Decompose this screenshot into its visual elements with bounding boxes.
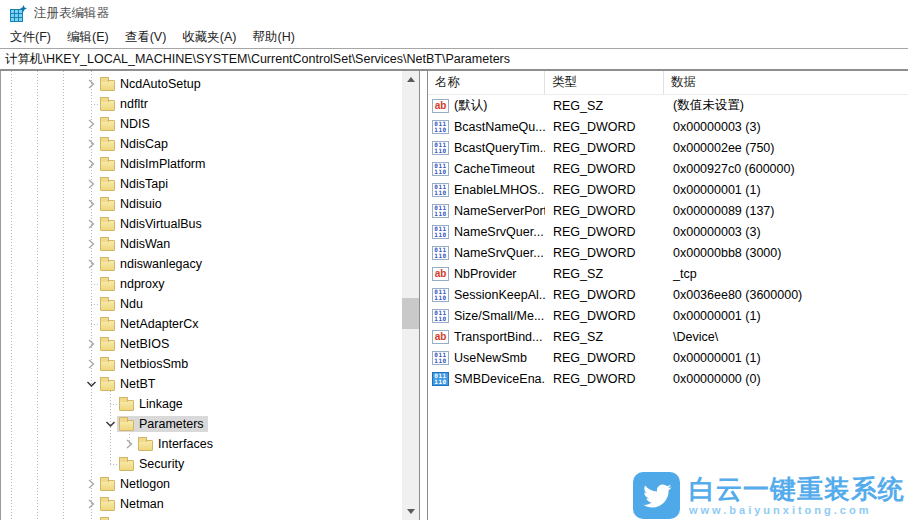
tree-item-ndfltr[interactable]: ndfltr: [1, 94, 401, 114]
folder-icon: [100, 120, 115, 131]
value-row-NameSrvQuer...[interactable]: 011110NameSrvQuer...REG_DWORD0x00000bb8 …: [428, 242, 908, 263]
scroll-up-button[interactable]: [402, 71, 419, 88]
value-name: NameSrvQuer...: [454, 225, 544, 239]
value-type: REG_SZ: [545, 330, 664, 344]
chevron-right-icon[interactable]: [83, 77, 98, 91]
folder-icon: [100, 140, 115, 151]
value-type: REG_DWORD: [545, 246, 664, 260]
tree-item-Security[interactable]: Security: [1, 454, 401, 474]
chevron-right-icon[interactable]: [83, 337, 98, 351]
value-row-SMBDeviceEna...[interactable]: 011110SMBDeviceEna...REG_DWORD0x00000000…: [428, 368, 908, 389]
chevron-right-icon[interactable]: [121, 437, 136, 451]
chevron-right-icon[interactable]: [83, 177, 98, 191]
value-type: REG_DWORD: [545, 162, 664, 176]
chevron-right-icon[interactable]: [83, 117, 98, 131]
no-expander: [102, 457, 117, 471]
value-type: REG_DWORD: [545, 372, 664, 386]
chevron-right-icon[interactable]: [83, 257, 98, 271]
chevron-right-icon[interactable]: [83, 497, 98, 511]
tree-item-Parameters[interactable]: Parameters: [1, 414, 401, 434]
tree-item-NetbiosSmb[interactable]: NetbiosSmb: [1, 354, 401, 374]
value-name: SessionKeepAl...: [454, 288, 545, 302]
chevron-right-icon[interactable]: [83, 477, 98, 491]
tree-item-NdisVirtualBus[interactable]: NdisVirtualBus: [1, 214, 401, 234]
tree-item-Ndisuio[interactable]: Ndisuio: [1, 194, 401, 214]
menu-edit[interactable]: 编辑(E): [59, 27, 117, 48]
regedit-app-icon: [9, 5, 27, 22]
value-row-BcastQueryTim...[interactable]: 011110BcastQueryTim...REG_DWORD0x000002e…: [428, 137, 908, 158]
address-bar[interactable]: 计算机\HKEY_LOCAL_MACHINE\SYSTEM\CurrentCon…: [0, 48, 908, 71]
main-area: NcdAutoSetupndfltrNDISNdisCapNdisImPlatf…: [0, 71, 908, 520]
tree-item-partial[interactable]: [1, 514, 401, 520]
dword-icon: 011110: [432, 225, 449, 239]
value-row-(默认)[interactable]: ab(默认)REG_SZ(数值未设置): [428, 95, 908, 116]
tree-item-Ndu[interactable]: Ndu: [1, 294, 401, 314]
value-row-UseNewSmb[interactable]: 011110UseNewSmbREG_DWORD0x00000001 (1): [428, 347, 908, 368]
value-type: REG_DWORD: [545, 309, 664, 323]
menu-view[interactable]: 查看(V): [117, 27, 175, 48]
column-header-1[interactable]: 类型: [545, 71, 664, 94]
chevron-right-icon[interactable]: [83, 237, 98, 251]
tree-item-NcdAutoSetup[interactable]: NcdAutoSetup: [1, 74, 401, 94]
tree-item-label: ndproxy: [120, 277, 164, 291]
tree-item-NDIS[interactable]: NDIS: [1, 114, 401, 134]
tree-item-NdisCap[interactable]: NdisCap: [1, 134, 401, 154]
chevron-down-icon[interactable]: [102, 417, 117, 431]
tree-item-label: Linkage: [139, 397, 183, 411]
value-row-TransportBind...[interactable]: abTransportBind...REG_SZ\Device\: [428, 326, 908, 347]
value-data: 0x00000001 (1): [664, 309, 908, 323]
value-row-NameServerPort[interactable]: 011110NameServerPortREG_DWORD0x00000089 …: [428, 200, 908, 221]
tree-item-ndproxy[interactable]: ndproxy: [1, 274, 401, 294]
value-row-SessionKeepAl...[interactable]: 011110SessionKeepAl...REG_DWORD0x0036ee8…: [428, 284, 908, 305]
dword-icon: 011110: [432, 183, 449, 197]
tree-scrollbar[interactable]: [402, 71, 419, 520]
tree-item-Linkage[interactable]: Linkage: [1, 394, 401, 414]
value-row-NameSrvQuer...[interactable]: 011110NameSrvQuer...REG_DWORD0x00000003 …: [428, 221, 908, 242]
tree-item-NdisTapi[interactable]: NdisTapi: [1, 174, 401, 194]
tree-item-NetBIOS[interactable]: NetBIOS: [1, 334, 401, 354]
dword-icon: 011110: [432, 141, 449, 155]
tree-item-label: Netman: [120, 497, 164, 511]
column-header-2[interactable]: 数据: [664, 71, 908, 94]
menu-favorites[interactable]: 收藏夹(A): [174, 27, 244, 48]
scrollbar-thumb[interactable]: [402, 298, 419, 329]
chevron-down-icon[interactable]: [83, 377, 98, 391]
chevron-right-icon[interactable]: [83, 217, 98, 231]
tree-item-label: NdisImPlatform: [120, 157, 205, 171]
no-expander: [83, 317, 98, 331]
scroll-down-button[interactable]: [402, 503, 419, 520]
no-expander: [83, 297, 98, 311]
folder-icon: [100, 220, 115, 231]
chevron-right-icon[interactable]: [83, 357, 98, 371]
tree-item-Netlogon[interactable]: Netlogon: [1, 474, 401, 494]
value-row-BcastNameQu...[interactable]: 011110BcastNameQu...REG_DWORD0x00000003 …: [428, 116, 908, 137]
value-row-CacheTimeout[interactable]: 011110CacheTimeoutREG_DWORD0x000927c0 (6…: [428, 158, 908, 179]
tree-item-NetBT[interactable]: NetBT: [1, 374, 401, 394]
folder-icon: [119, 400, 134, 411]
value-type: REG_SZ: [545, 99, 664, 113]
chevron-right-icon[interactable]: [83, 137, 98, 151]
value-row-EnableLMHOS...[interactable]: 011110EnableLMHOS...REG_DWORD0x00000001 …: [428, 179, 908, 200]
tree-item-label: Netlogon: [120, 477, 170, 491]
dword-icon: 011110: [432, 288, 449, 302]
column-header-0[interactable]: 名称: [428, 71, 545, 94]
value-data: \Device\: [664, 330, 908, 344]
pane-splitter[interactable]: [420, 71, 427, 520]
menu-help[interactable]: 帮助(H): [244, 27, 302, 48]
tree-item-ndiswanlegacy[interactable]: ndiswanlegacy: [1, 254, 401, 274]
chevron-right-icon[interactable]: [83, 197, 98, 211]
folder-icon: [100, 280, 115, 291]
tree-item-label: Ndu: [120, 297, 143, 311]
value-row-NbProvider[interactable]: abNbProviderREG_SZ_tcp: [428, 263, 908, 284]
chevron-right-icon[interactable]: [83, 157, 98, 171]
value-type: REG_DWORD: [545, 183, 664, 197]
value-row-Size/Small/Me...[interactable]: 011110Size/Small/Me...REG_DWORD0x0000000…: [428, 305, 908, 326]
folder-icon: [100, 260, 115, 271]
tree-item-NetAdapterCx[interactable]: NetAdapterCx: [1, 314, 401, 334]
tree-item-Netman[interactable]: Netman: [1, 494, 401, 514]
tree-item-Interfaces[interactable]: Interfaces: [1, 434, 401, 454]
menu-file[interactable]: 文件(F): [2, 27, 59, 48]
tree-item-NdisWan[interactable]: NdisWan: [1, 234, 401, 254]
tree-item-label: NdisTapi: [120, 177, 168, 191]
tree-item-NdisImPlatform[interactable]: NdisImPlatform: [1, 154, 401, 174]
